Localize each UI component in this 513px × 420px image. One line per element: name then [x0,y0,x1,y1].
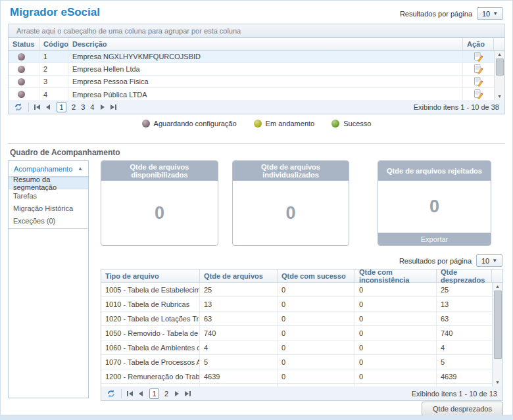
results-per-page-label: Resultados por página [400,10,472,18]
first-page-button[interactable] [127,391,133,396]
page-number[interactable]: 4 [90,103,94,111]
pager-summary: Exibindo itens 1 - 10 de 13 [412,390,497,398]
table-row[interactable]: 3 Empresa Pessoa Fisica [9,76,494,88]
column-header-qtde-com-sucesso[interactable]: Qtde com sucesso [278,269,355,282]
acompanhamento-sidebar: Acompanhamento ▲ Resumo da segmentação T… [8,160,89,398]
page-number[interactable]: 2 [72,103,76,111]
column-header-descricao[interactable]: Descrição [68,38,463,50]
table-row[interactable]: 2 Empresa Hellen Ltda [9,63,494,76]
previous-page-button[interactable] [139,391,143,396]
page-number-current[interactable]: 1 [149,388,159,399]
card-value: 0 [429,197,439,217]
panel-title: Quadro de Acompanhamento [10,148,120,157]
refresh-icon[interactable] [14,103,23,112]
legend-inprogress-icon [254,120,262,128]
edit-icon[interactable] [474,77,483,87]
column-header-codigo[interactable]: Código [39,38,68,50]
pager-summary: Exibindo itens 1 - 10 de 38 [414,103,499,111]
results-per-page-bottom: Resultados por página 10 ▼ [399,254,502,267]
scroll-down-icon[interactable]: ▼ [495,379,500,386]
page-number[interactable]: 3 [81,103,85,111]
card-value: 0 [285,203,295,223]
header-scroll-spacer [492,269,502,282]
legend-waiting-icon [142,120,150,128]
previous-page-button[interactable] [46,105,50,110]
files-pager: 1 2 Exibindo itens 1 - 10 de 13 [101,386,503,401]
table-row[interactable]: 1070 - Tabela de Processos Administ... 5… [101,355,492,369]
section-divider [8,143,505,144]
page-number-current[interactable]: 1 [57,102,66,112]
table-row[interactable]: 1200 - Remuneração do Trabalhador 4639 0… [101,369,492,384]
table-row[interactable]: 1020 - Tabela de Lotações Tributárias 63… [101,312,492,326]
table-row[interactable]: 4 Empresa Pública LTDA [9,88,494,101]
results-per-page-top: Resultados por página 10 ▼ [400,7,503,20]
column-header-tipo-de-arquivo[interactable]: Tipo de arquivo [101,269,200,282]
page-title: Migrador eSocial [10,6,100,19]
migrador-esocial-page: Migrador eSocial Resultados por página 1… [0,0,513,420]
files-table: Tipo de arquivo Qtde de arquivos Qtde co… [101,269,503,387]
exportar-button[interactable]: Exportar [378,233,491,245]
legend-success-icon [331,120,339,128]
legend-item-andamento: Em andamento [254,120,315,128]
edit-icon[interactable] [474,64,483,74]
edit-icon[interactable] [474,89,483,99]
column-header-qtde-de-arquivos[interactable]: Qtde de arquivos [200,269,278,282]
status-waiting-icon [18,66,25,73]
sidebar-item-resumo-da-segmentacao[interactable]: Resumo da segmentação [9,177,88,189]
status-legend: Aguardando configuração Em andamento Suc… [1,120,512,128]
group-by-drop-zone[interactable]: Arraste aqui o cabeçalho de uma coluna p… [8,24,505,37]
table-row[interactable]: 1050 - Removido - Tabela de Horário... 7… [101,326,492,340]
first-page-button[interactable] [34,105,40,110]
collapse-up-icon[interactable]: ▲ [78,166,83,172]
column-header-qtde-com-inconsistencia[interactable]: Qtde com inconsistência [355,269,437,282]
column-header-qtde-desprezados[interactable]: Qtde desprezados [437,269,492,282]
results-per-page-select[interactable]: 10 ▼ [476,254,502,267]
next-page-button[interactable] [101,105,105,110]
refresh-icon[interactable] [107,389,116,398]
page-number[interactable]: 2 [164,390,168,398]
status-waiting-icon [18,53,25,60]
vertical-scrollbar[interactable]: ▲ ▼ [494,51,504,101]
scrollbar-thumb[interactable] [496,58,504,76]
chevron-down-icon: ▼ [493,11,498,16]
card-title: Qtde de arquivos individualizados [233,161,349,181]
legend-item-aguardando: Aguardando configuração [142,120,237,128]
table-row[interactable]: 1 Empresa NGXLHYVKMFQURCOJSBID [9,51,494,63]
table-row[interactable]: 1060 - Tabela de Ambientes de Trab... 4 … [101,340,492,355]
companies-table: Status Código Descrição Ação 1 Empresa N… [8,37,505,101]
column-header-status[interactable]: Status [9,38,39,50]
sidebar-item-tarefas[interactable]: Tarefas [9,189,88,202]
results-per-page-label: Resultados por página [399,257,472,265]
sidebar-header[interactable]: Acompanhamento ▲ [9,161,88,177]
card-arquivos-disponibilizados: Qtde de arquivos disponibilizados 0 [101,160,218,246]
results-per-page-value: 10 [481,257,489,265]
edit-icon[interactable] [474,52,483,62]
card-value: 0 [155,203,164,223]
bottom-strip [0,415,513,420]
app-container: Migrador eSocial Resultados por página 1… [0,0,513,415]
results-per-page-select[interactable]: 10 ▼ [477,7,503,20]
table-row[interactable]: 1010 - Tabela de Rubricas 13 0 0 13 [101,297,492,312]
results-per-page-value: 10 [482,10,490,18]
card-title: Qtde de arquivos disponibilizados [101,161,218,181]
status-waiting-icon [18,91,25,98]
last-page-button[interactable] [185,391,191,396]
companies-table-header: Status Código Descrição Ação [9,38,504,51]
next-page-button[interactable] [175,391,179,396]
legend-item-sucesso: Sucesso [331,120,371,128]
vertical-scrollbar[interactable]: ▲ ▼ [492,283,502,386]
last-page-button[interactable] [110,105,116,110]
card-arquivos-rejeitados: Qtde de arquivos rejeitados 0 Exportar [378,160,491,246]
sidebar-item-excecoes[interactable]: Exceções (0) [9,214,88,227]
column-header-acao[interactable]: Ação [463,38,494,50]
scroll-up-icon[interactable]: ▲ [497,51,502,58]
table-row[interactable]: 1005 - Tabela de Estabelecimentos, ... 2… [101,283,492,297]
scroll-up-icon[interactable]: ▲ [495,283,500,291]
card-title: Qtde de arquivos rejeitados [378,161,491,181]
card-arquivos-individualizados: Qtde de arquivos individualizados 0 [232,160,349,246]
qtde-desprezados-button[interactable]: Qtde desprezados [422,402,503,416]
files-table-header: Tipo de arquivo Qtde de arquivos Qtde co… [101,269,502,283]
sidebar-item-migracao-historica[interactable]: Migração Histórica [9,202,88,214]
scrollbar-thumb[interactable] [494,291,502,359]
chevron-down-icon: ▼ [492,258,497,264]
